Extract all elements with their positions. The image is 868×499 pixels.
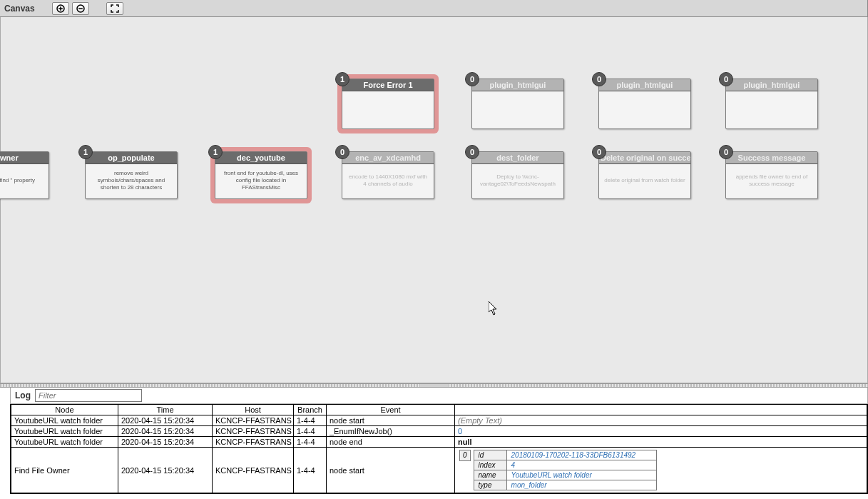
node-count-badge: 1 <box>335 72 349 86</box>
log-cell-node: YoutubeURL watch folder <box>11 426 118 437</box>
canvas-toolbar: Canvas <box>0 0 868 17</box>
kv-key: type <box>474 480 506 490</box>
node-count-badge: 1 <box>78 145 93 159</box>
node-count-badge: 1 <box>208 145 223 159</box>
kv-val: mon_folder <box>506 480 656 490</box>
node-pop[interactable]: 1op_populateremove weird symbols/chars/s… <box>85 151 178 199</box>
log-cell-time: 2020-04-15 15:20:34 <box>118 448 213 493</box>
log-row[interactable]: YoutubeURL watch folder2020-04-15 15:20:… <box>11 415 867 426</box>
log-cell-time: 2020-04-15 15:20:34 <box>118 426 213 437</box>
kv-val: 4 <box>506 460 656 470</box>
log-cell-branch: 1-4-4 <box>294 415 327 426</box>
node-title: plugin_htmlgui <box>472 79 563 91</box>
log-header-row: NodeTimeHostBranchEvent <box>11 405 867 415</box>
node-count-badge: 0 <box>465 72 479 86</box>
log-cell-node: YoutubeURL watch folder <box>11 415 118 426</box>
log-cell-node: Find File Owner <box>11 448 118 493</box>
node-dec[interactable]: 1dec_youtubefront end for youtube-dl, us… <box>215 151 307 199</box>
fit-button[interactable] <box>106 2 123 15</box>
minus-circle-icon <box>76 4 85 13</box>
log-cell-detail: null <box>455 437 867 448</box>
log-title: Log <box>15 390 31 400</box>
svg-point-3 <box>77 5 84 12</box>
node-desc <box>726 91 817 128</box>
link-layer <box>1 17 215 124</box>
node-desc <box>599 91 690 128</box>
node-title: Success message <box>726 152 817 164</box>
log-col-header[interactable]: Event <box>327 405 455 415</box>
zoom-in-button[interactable] <box>52 2 69 15</box>
log-cell-host: KCNCP-FFASTRANS <box>213 448 294 493</box>
log-row[interactable]: YoutubeURL watch folder2020-04-15 15:20:… <box>11 426 867 437</box>
log-cell-event: _EnumIfNewJob() <box>327 426 455 437</box>
log-cell-branch: 1-4-4 <box>294 426 327 437</box>
node-title: plugin_htmlgui <box>726 79 817 91</box>
canvas-title: Canvas <box>4 4 35 14</box>
log-cell-branch: 1-4-4 <box>294 437 327 448</box>
node-count-badge: 0 <box>465 145 479 159</box>
kv-val: 20180109-170202-118-33DFB6131492 <box>506 450 656 460</box>
node-owner[interactable]: e Ownerell script to find " property <box>0 151 49 199</box>
log-bar: Log <box>10 388 868 404</box>
kv-row: id20180109-170202-118-33DFB6131492 <box>474 450 656 460</box>
zoom-out-button[interactable] <box>72 2 89 15</box>
plus-circle-icon <box>56 4 65 13</box>
node-desc: encode to 1440X1080 mxf with 4 channels … <box>342 164 434 198</box>
detail-null: null <box>458 438 472 446</box>
svg-point-0 <box>57 5 64 12</box>
log-row[interactable]: YoutubeURL watch folder2020-04-15 15:20:… <box>11 437 867 448</box>
node-desc: Deploy to \\kcnc-vantage02\ToFeedsNewspa… <box>472 164 563 198</box>
node-title: op_populate <box>86 152 177 164</box>
log-cell-host: KCNCP-FFASTRANS <box>213 415 294 426</box>
log-cell-event: node end <box>327 437 455 448</box>
log-row[interactable]: Find File Owner2020-04-15 15:20:34KCNCP-… <box>11 448 867 493</box>
node-desc <box>342 91 434 128</box>
log-col-header[interactable]: Host <box>213 405 294 415</box>
node-count-badge: 0 <box>335 145 349 159</box>
node-desc: remove weird symbols/chars/spaces and sh… <box>86 164 177 198</box>
log-cell-host: KCNCP-FFASTRANS <box>213 437 294 448</box>
kv-row: typemon_folder <box>474 480 656 490</box>
kv-key: index <box>474 460 506 470</box>
node-title: dec_youtube <box>215 152 307 164</box>
log-cell-detail: 0 <box>455 426 867 437</box>
node-desc: appends file owner to end of success mes… <box>726 164 817 198</box>
log-filter-input[interactable] <box>35 389 142 402</box>
kv-table: id20180109-170202-118-33DFB6131492index4… <box>474 450 657 490</box>
node-desc <box>472 91 563 128</box>
log-col-header[interactable]: Time <box>118 405 213 415</box>
node-plug1[interactable]: 0plugin_htmlgui <box>471 79 564 129</box>
node-succ[interactable]: 0Success messageappends file owner to en… <box>725 151 818 199</box>
log-cell-node: YoutubeURL watch folder <box>11 437 118 448</box>
node-desc: delete original from watch folder <box>599 164 690 198</box>
node-plug3[interactable]: 0plugin_htmlgui <box>725 79 818 129</box>
detail-value: 0 <box>458 427 462 435</box>
node-desc: ell script to find " property <box>0 164 48 198</box>
node-dest[interactable]: 0dest_folderDeploy to \\kcnc-vantage02\T… <box>471 151 564 199</box>
log-col-header[interactable]: Node <box>11 405 118 415</box>
kv-index: 0 <box>459 450 471 461</box>
node-plug2[interactable]: 0plugin_htmlgui <box>598 79 691 129</box>
node-force[interactable]: 1Force Error 1 <box>342 79 434 129</box>
log-cell-time: 2020-04-15 15:20:34 <box>118 437 213 448</box>
workflow-canvas[interactable]: e Ownerell script to find " property1op_… <box>0 17 868 383</box>
kv-key: name <box>474 470 506 480</box>
log-cell-detail: 0id20180109-170202-118-33DFB6131492index… <box>455 448 867 493</box>
toolbar-buttons <box>52 2 89 15</box>
kv-block: 0id20180109-170202-118-33DFB6131492index… <box>458 448 864 492</box>
log-cell-event: node start <box>327 415 455 426</box>
node-enc[interactable]: 0enc_av_xdcamhdencode to 1440X1080 mxf w… <box>342 151 434 199</box>
node-title: enc_av_xdcamhd <box>342 152 434 164</box>
log-table-wrap: NodeTimeHostBranchEvent YoutubeURL watch… <box>10 404 868 494</box>
node-count-badge: 0 <box>719 145 733 159</box>
log-cell-branch: 1-4-4 <box>294 448 327 493</box>
node-count-badge: 0 <box>719 72 733 86</box>
log-table: NodeTimeHostBranchEvent YoutubeURL watch… <box>11 404 867 493</box>
kv-val: YoutubeURL watch folder <box>506 470 656 480</box>
node-del[interactable]: 0Delete original on successdelete origin… <box>598 151 691 199</box>
log-col-header[interactable] <box>455 405 867 415</box>
node-count-badge: 0 <box>592 72 606 86</box>
log-col-header[interactable]: Branch <box>294 405 327 415</box>
toolbar-buttons-2 <box>106 2 123 15</box>
log-cell-event: node start <box>327 448 455 493</box>
